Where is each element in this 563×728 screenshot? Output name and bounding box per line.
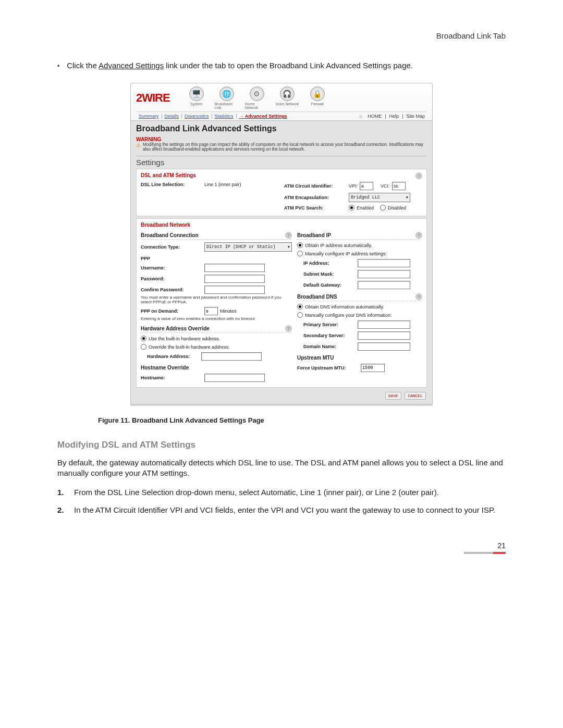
broadband-network-panel: Broadband Network Broadband Connection? … [136, 218, 427, 388]
hw-addr-override-header: Hardware Address Override [141, 326, 210, 331]
step-1: 1.From the DSL Line Selection drop-down … [57, 487, 506, 498]
warning-body: Modifying the settings on this page can … [143, 142, 427, 152]
nav-label: Voice Network [275, 102, 299, 106]
password-input[interactable] [204, 275, 265, 283]
tab-statistics[interactable]: Statistics [212, 114, 237, 119]
atm-enc-select[interactable]: Bridged LLC ▼ [349, 193, 410, 202]
broadband-network-header: Broadband Network [141, 222, 422, 228]
atm-enc-label: ATM Encapsulation: [284, 195, 347, 200]
subnet-mask-input[interactable] [358, 270, 410, 278]
hw-addr-input[interactable] [201, 352, 262, 361]
hw-override-radio[interactable] [141, 344, 146, 350]
atm-enc-value: Bridged LLC [351, 195, 380, 200]
ppp-note: You must enter a username and password a… [141, 295, 292, 304]
hostname-label: Hostname: [141, 375, 202, 380]
sitemap-link[interactable]: Site Map [404, 114, 427, 119]
home-icon[interactable]: ⌂ [358, 114, 364, 119]
primary-server-input[interactable] [358, 320, 410, 329]
advanced-settings-link-text: Advanced Settings [99, 61, 164, 70]
help-link[interactable]: Help [387, 114, 401, 119]
confirm-password-input[interactable] [204, 286, 265, 294]
help-icon[interactable]: ? [285, 325, 292, 332]
pvc-disabled-radio[interactable] [380, 205, 386, 211]
step-text: From the DSL Line Selection drop-down me… [74, 487, 439, 498]
nav-system[interactable]: 🖥️System [185, 87, 209, 109]
dns-manual-radio[interactable] [297, 312, 303, 318]
ip-manual-radio[interactable] [297, 251, 303, 256]
ip-auto-radio[interactable] [297, 242, 303, 248]
chevron-down-icon: ▼ [406, 195, 408, 200]
cancel-button[interactable]: CANCEL [405, 392, 426, 400]
pod-note: Entering a value of zero enables a conne… [141, 316, 292, 321]
warning-icon: ⚠ [136, 142, 141, 152]
hw-override-label: Override the built-in hardware address: [149, 344, 230, 350]
help-icon[interactable]: ? [285, 232, 292, 239]
confirm-password-label: Confirm Password: [141, 287, 202, 292]
intro-post: link under the tab to open the Broadband… [164, 61, 413, 70]
save-button[interactable]: SAVE [385, 392, 401, 400]
settings-heading: Settings [136, 158, 427, 167]
ppp-on-demand-input[interactable] [204, 307, 218, 315]
nav-voice[interactable]: 🎧Voice Network [275, 87, 299, 109]
firewall-icon: 🔒 [313, 90, 322, 98]
hostname-input[interactable] [204, 374, 265, 382]
nav-label: Firewall [311, 102, 324, 106]
system-icon: 🖥️ [192, 90, 201, 98]
ppp-header: PPP [141, 256, 292, 261]
hw-builtin-radio[interactable] [141, 336, 146, 341]
intro-text: Click the Advanced Settings link under t… [67, 61, 413, 71]
default-gateway-input[interactable] [358, 281, 410, 289]
step-text: In the ATM Circuit Identifier VPI and VC… [74, 505, 495, 515]
nav-label: Broadband Link [215, 102, 239, 109]
force-mtu-label: Force Upstream MTU: [297, 365, 359, 371]
dsl-atm-header: DSL and ATM Settings [141, 172, 196, 179]
default-gateway-label: Default Gateway: [297, 282, 356, 288]
conn-type-label: Connection Type: [141, 244, 202, 250]
ip-address-input[interactable] [358, 259, 410, 267]
vci-input[interactable] [392, 182, 406, 190]
intro-pre: Click the [67, 61, 99, 70]
nav-firewall[interactable]: 🔒Firewall [305, 87, 329, 109]
broadband-icon: 🌐 [222, 90, 231, 98]
dns-manual-label: Manually configure your DNS information: [305, 313, 392, 318]
footer-stripe [464, 552, 506, 554]
chevron-down-icon: ▼ [288, 245, 290, 249]
tab-summary[interactable]: Summary [136, 114, 162, 119]
warning-label: WARNING [136, 137, 427, 142]
vpi-input[interactable] [360, 182, 373, 190]
ip-manual-label: Manually configure IP address settings: [305, 251, 387, 256]
domain-name-input[interactable] [358, 342, 410, 351]
help-icon[interactable]: ? [415, 232, 422, 239]
username-input[interactable] [204, 264, 265, 272]
ui-header: 2WIRE 🖥️System 🌐Broadband Link ⚙Home Net… [130, 83, 433, 121]
broadband-ip-header: Broadband IP [297, 232, 331, 238]
pvc-enabled-label: Enabled [357, 205, 374, 211]
step-2: 2.In the ATM Circuit Identifier VPI and … [57, 505, 506, 515]
steps-list: 1.From the DSL Line Selection drop-down … [57, 487, 506, 516]
force-mtu-input[interactable] [361, 364, 385, 372]
home-link[interactable]: HOME [365, 114, 384, 119]
conn-type-select[interactable]: Direct IP (DHCP or Static) ▼ [204, 242, 292, 252]
step-number: 1. [57, 487, 67, 498]
nav-label: Home Network [245, 102, 269, 109]
subnet-mask-label: Subnet Mask: [297, 272, 356, 277]
pvc-enabled-radio[interactable] [349, 205, 354, 211]
ip-auto-label: Obtain IP address automatically. [305, 243, 372, 248]
nav-icons: 🖥️System 🌐Broadband Link ⚙Home Network 🎧… [185, 87, 329, 109]
tab-advanced-settings[interactable]: Advanced Settings [237, 114, 290, 119]
dsl-line-label: DSL Line Selection: [141, 182, 202, 187]
nav-home-network[interactable]: ⚙Home Network [245, 87, 269, 109]
help-icon[interactable]: ? [415, 293, 422, 300]
username-label: Username: [141, 265, 202, 270]
tab-diagnostics[interactable]: Diagnostics [182, 114, 212, 119]
help-icon[interactable]: ? [415, 172, 422, 179]
hw-addr-label: Hardware Address: [141, 354, 199, 359]
dsl-line-value: Line 1 (inner pair) [204, 182, 241, 187]
nav-broadband[interactable]: 🌐Broadband Link [215, 87, 239, 109]
screenshot-figure: 2WIRE 🖥️System 🌐Broadband Link ⚙Home Net… [130, 83, 433, 406]
hostname-override-header: Hostname Override [141, 365, 189, 371]
secondary-server-input[interactable] [358, 331, 410, 340]
dns-auto-radio[interactable] [297, 304, 303, 310]
tab-details[interactable]: Details [162, 114, 182, 119]
broadband-dns-header: Broadband DNS [297, 294, 337, 300]
